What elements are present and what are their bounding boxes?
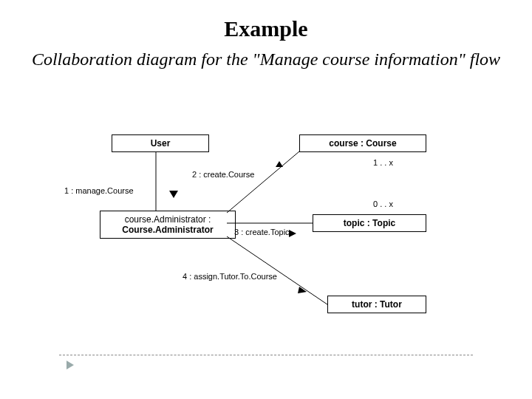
msg-3-label: 3 : create.Topic — [234, 228, 290, 236]
msg-1-label: 1 : manage.Course — [64, 186, 134, 195]
slide-marker-icon — [66, 361, 74, 369]
msg-2-label: 2 : create.Course — [192, 170, 254, 179]
mult-0x: 0 . . x — [373, 200, 393, 208]
msg-4-label: 4 : assign.Tutor.To.Course — [183, 272, 277, 281]
footer-divider — [59, 355, 473, 355]
svg-line-3 — [227, 236, 327, 304]
svg-marker-4 — [169, 191, 178, 198]
slide-title: Example — [0, 16, 532, 41]
slide-subtitle: Collaboration diagram for the "Manage co… — [0, 47, 532, 72]
collaboration-diagram: User course : Course course.Administrato… — [63, 126, 477, 369]
mult-1x: 1 . . x — [373, 158, 393, 167]
svg-line-1 — [227, 151, 299, 213]
svg-marker-5 — [276, 161, 283, 167]
svg-marker-6 — [289, 230, 296, 237]
